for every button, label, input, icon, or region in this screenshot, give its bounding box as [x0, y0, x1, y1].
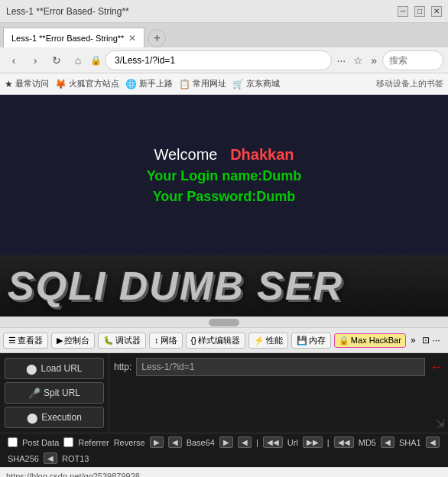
- hackbar-label: Max HackBar: [351, 336, 401, 345]
- url-fwd-btn[interactable]: ▶▶: [303, 436, 323, 448]
- network-icon: ↕: [154, 336, 159, 345]
- url-label: Url: [287, 438, 298, 447]
- window-controls: ─ □ ✕: [398, 6, 442, 17]
- perf-label: 性能: [266, 335, 283, 346]
- frequent-icon: ★: [5, 79, 13, 89]
- toolbar-style-editor[interactable]: {} 样式编辑器: [186, 333, 245, 349]
- toolbar-more-btn[interactable]: »: [411, 335, 416, 346]
- pipe2-label: |: [327, 438, 330, 447]
- execution-button[interactable]: ⬤ Execution: [5, 407, 104, 428]
- more-button[interactable]: ···: [335, 54, 349, 67]
- tab-close-icon[interactable]: ✕: [128, 33, 136, 44]
- bookmark-newuser[interactable]: 🌐 新手上路: [125, 78, 173, 89]
- tab-bar: Less-1 **Error Based- String** ✕ +: [0, 23, 448, 47]
- bookmarks-bar: ★ 最常访问 🦊 火狐官方站点 🌐 新手上路 📋 常用网址 🛒 京东商城 移动设…: [0, 73, 448, 95]
- forward-button[interactable]: ›: [26, 51, 44, 70]
- sqli-banner: SQLI DUMB SER: [0, 255, 448, 316]
- active-tab[interactable]: Less-1 **Error Based- String** ✕: [3, 28, 144, 47]
- page-content: Welcome Dhakkan Your Login name:Dumb You…: [0, 95, 448, 255]
- bookmark-label: 火狐官方站点: [69, 78, 119, 89]
- base64-back-btn[interactable]: ◀: [238, 436, 252, 448]
- referrer-checkbox[interactable]: [63, 437, 73, 447]
- bookmark-jd[interactable]: 🛒 京东商城: [232, 78, 280, 89]
- devtools-toolbar: ☰ 查看器 ▶ 控制台 🐛 调试器 ↕ 网络 {} 样式编辑器 ⚡ 性能 💾 内…: [0, 327, 448, 353]
- debugger-icon: 🐛: [103, 336, 114, 346]
- inspector-label: 查看器: [18, 335, 43, 346]
- base64-arrow-btn[interactable]: ▶: [219, 436, 233, 448]
- execution-icon: ⬤: [27, 412, 38, 423]
- address-input[interactable]: [105, 50, 332, 70]
- console-icon: ▶: [57, 336, 63, 346]
- toolbar-extra1[interactable]: ⊡: [422, 335, 430, 346]
- spit-url-icon: 🎤: [28, 388, 41, 399]
- toolbar-debugger[interactable]: 🐛 调试器: [98, 333, 146, 349]
- back-button[interactable]: ‹: [5, 51, 23, 70]
- bookmark-label: 常用网址: [193, 78, 226, 89]
- hackbar-lock-icon: 🔒: [339, 336, 349, 346]
- sha1-label: SHA1: [399, 438, 421, 447]
- post-data-checkbox[interactable]: [8, 437, 18, 447]
- toolbar-console[interactable]: ▶ 控制台: [51, 333, 95, 349]
- mobile-bookmarks: 移动设备上的书签: [376, 78, 443, 89]
- title-bar: Less-1 **Error Based- String** ─ □ ✕: [0, 0, 448, 23]
- menu-more-button[interactable]: »: [368, 54, 379, 67]
- home-button[interactable]: ⌂: [69, 51, 87, 70]
- welcome-text: Welcome: [154, 146, 217, 163]
- toolbar-inspector[interactable]: ☰ 查看器: [3, 333, 48, 349]
- reverse-back-btn[interactable]: ◀: [168, 436, 182, 448]
- toolbar-performance[interactable]: ⚡ 性能: [248, 333, 288, 349]
- address-bar: ‹ › ↻ ⌂ 🔒 ··· ☆ »: [0, 47, 448, 73]
- console-label: 控制台: [64, 335, 89, 346]
- jd-icon: 🛒: [232, 79, 244, 89]
- reverse-arrow-btn[interactable]: ▶: [150, 436, 164, 448]
- load-url-button[interactable]: ⬤ Load URL: [5, 358, 104, 379]
- hackbar-empty-area: [114, 381, 443, 419]
- md5-arrow-btn[interactable]: ◀◀: [334, 436, 354, 448]
- memory-label: 内存: [309, 335, 326, 346]
- hackbar-url-row: http: ←: [114, 358, 443, 376]
- password-line: Your Password:Dumb: [153, 189, 296, 205]
- hackbar-url-area: http: ← ⇲: [109, 353, 448, 433]
- md5-label: MD5: [359, 438, 376, 447]
- new-tab-button[interactable]: +: [148, 29, 166, 47]
- horizontal-scrollbar[interactable]: [0, 316, 448, 327]
- toolbar-memory[interactable]: 💾 内存: [291, 333, 331, 349]
- bookmark-firefox[interactable]: 🦊 火狐官方站点: [55, 78, 119, 89]
- hackbar-url-input[interactable]: [136, 358, 425, 376]
- bookmark-common[interactable]: 📋 常用网址: [179, 78, 226, 89]
- refresh-button[interactable]: ↻: [47, 51, 66, 70]
- toolbar-hackbar[interactable]: 🔒 Max HackBar: [334, 333, 406, 348]
- sha256-arrow-btn[interactable]: ◀: [426, 436, 440, 448]
- username-text: Dhakkan: [230, 146, 294, 163]
- toolbar-extra2[interactable]: ···: [433, 335, 440, 346]
- resize-handle[interactable]: ⇲: [436, 417, 445, 430]
- sqli-text: SQLI DUMB SER: [8, 263, 343, 309]
- close-button[interactable]: ✕: [431, 6, 442, 17]
- url-arrow-btn[interactable]: ◀◀: [263, 436, 283, 448]
- hackbar-main: ⬤ Load URL 🎤 Spit URL ⬤ Execution http: …: [0, 353, 448, 433]
- lock-icon: 🔒: [90, 55, 102, 66]
- search-input[interactable]: [382, 50, 443, 70]
- hackbar-options: Post Data Referrer Reverse ▶ ◀ Base64 ▶ …: [0, 433, 448, 467]
- status-url: https://blog.csdn.net/qq2539879928: [6, 472, 140, 478]
- reverse-label: Reverse: [114, 438, 145, 447]
- newuser-icon: 🌐: [125, 79, 137, 89]
- referrer-label: Referrer: [78, 438, 109, 447]
- welcome-line: Welcome Dhakkan: [154, 146, 294, 164]
- sha1-arrow-btn[interactable]: ◀: [381, 436, 394, 448]
- load-url-label: Load URL: [41, 363, 82, 374]
- base64-label: Base64: [187, 438, 215, 447]
- maximize-button[interactable]: □: [414, 6, 425, 17]
- arrow-icon: ←: [430, 359, 443, 375]
- bookmark-label: 最常访问: [15, 78, 49, 89]
- bookmark-star-icon[interactable]: ☆: [351, 54, 365, 67]
- spit-url-button[interactable]: 🎤 Spit URL: [5, 382, 104, 404]
- firefox-icon: 🦊: [55, 79, 67, 89]
- debugger-label: 调试器: [115, 335, 141, 346]
- toolbar-network[interactable]: ↕ 网络: [149, 333, 183, 349]
- rot13-arrow-btn[interactable]: ◀: [44, 453, 57, 464]
- pipe-label: |: [256, 438, 258, 447]
- scroll-thumb[interactable]: [209, 319, 239, 326]
- bookmark-frequent[interactable]: ★ 最常访问: [5, 78, 49, 89]
- minimize-button[interactable]: ─: [398, 6, 408, 17]
